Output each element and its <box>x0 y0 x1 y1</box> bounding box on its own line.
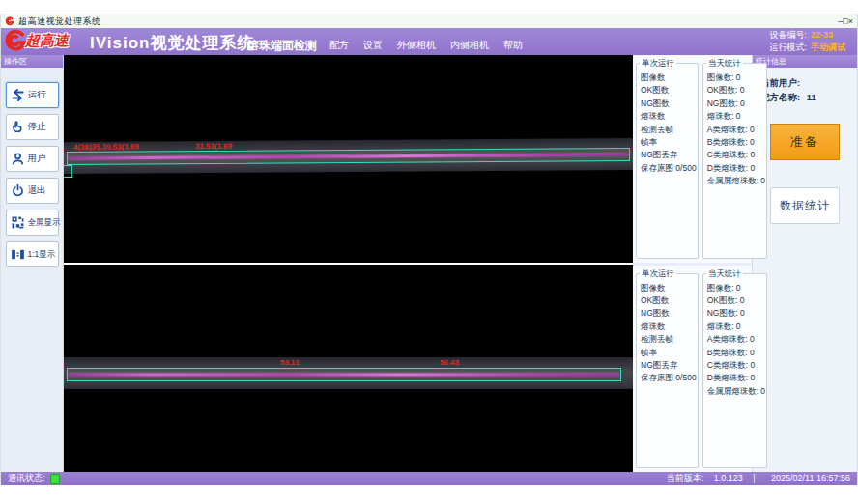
sidebar-button-label: 退出 <box>28 184 46 197</box>
groupbox-title: 当天统计 <box>706 58 743 70</box>
stat-row: A类熔珠数: 0 <box>707 333 765 346</box>
fullscreen-display-button[interactable]: 全屏显示 <box>6 210 59 236</box>
exit-button[interactable]: 退出 <box>6 178 59 204</box>
stat-row: 熔珠数 <box>641 110 697 123</box>
app-window: 超高速视觉处理系统 –□× 超高速 IVision视觉处理系统 熔珠端面检测 配… <box>0 14 858 484</box>
desktop: 超高速视觉处理系统 –□× 超高速 IVision视觉处理系统 熔珠端面检测 配… <box>0 0 858 504</box>
info-rows: 当前用户: 配方名称: 11 <box>753 68 857 104</box>
run-icon <box>10 87 26 103</box>
stats-panel-2: 单次运行图像数OK图数NG图数熔珠数检测丢帧帧率NG图丢弃保存原图 0/500当… <box>633 263 752 473</box>
detection-rect <box>67 148 630 165</box>
stat-row: NG图丢弃 <box>641 359 697 372</box>
stat-row: 保存原图 0/500 <box>641 162 697 175</box>
menu-outer-camera[interactable]: 外侧相机 <box>397 39 436 52</box>
window-title: 超高速视觉处理系统 <box>18 15 838 28</box>
stat-row: 检测丢帧 <box>641 333 697 346</box>
window-close-button[interactable]: × <box>848 16 853 26</box>
stats-panel-1: 单次运行图像数OK图数NG图数熔珠数检测丢帧帧率NG图丢弃保存原图 0/500当… <box>633 55 752 263</box>
app-logo-icon <box>5 16 14 26</box>
fullscreen-icon <box>10 214 26 231</box>
main-area: 操作区 运行停止用户退出全屏显示1:1显示 4(38)35.39.53(1.69… <box>1 55 857 472</box>
stat-row: 图像数 <box>641 282 697 294</box>
menu-recipe[interactable]: 配方 <box>329 39 349 52</box>
stat-row: 熔珠数: 0 <box>707 110 765 123</box>
app-header: 超高速 IVision视觉处理系统 熔珠端面检测 配方设置外侧相机内侧相机帮助 … <box>1 28 857 55</box>
brand-name: 超高速 <box>25 32 69 50</box>
os-titlebar: 超高速视觉处理系统 –□× <box>1 14 857 28</box>
run-button[interactable]: 运行 <box>6 82 59 108</box>
camera-views: 4(38)35.39.53(1.6931.53(1.6953.1156.43 <box>64 55 633 472</box>
measurement-annotation: 4(38)35.39.53(1.69 <box>73 143 139 152</box>
camera-view-1: 4(38)35.39.53(1.6931.53(1.69 <box>64 55 633 263</box>
image-strip: 53.1156.43 <box>64 357 633 389</box>
stat-row: B类熔珠数: 0 <box>707 136 765 149</box>
comm-status-indicator <box>50 474 60 484</box>
stat-row: OK图数 <box>641 84 697 97</box>
status-bar: 通讯状态: 当前版本: 1.0.123 | 2025/02/11 16:57:5… <box>1 472 857 485</box>
stat-row: C类熔珠数: 0 <box>707 149 765 161</box>
measurement-annotation: 53.11 <box>280 358 300 367</box>
menu-help[interactable]: 帮助 <box>503 39 523 52</box>
menu-inner-camera[interactable]: 内侧相机 <box>450 39 489 52</box>
menu-settings[interactable]: 设置 <box>363 39 383 52</box>
stat-row: 金属屑熔珠数: 0 <box>707 175 765 187</box>
detection-rect-partial <box>64 165 72 178</box>
daily-groupbox: 当天统计图像数: 0OK图数: 0NG图数: 0熔珠数: 0A类熔珠数: 0B类… <box>702 63 767 259</box>
app-subtitle: 熔珠端面检测 <box>247 38 317 54</box>
single-run-groupbox: 单次运行图像数OK图数NG图数熔珠数检测丢帧帧率NG图丢弃保存原图 0/500 <box>636 63 699 259</box>
menu-bar: 配方设置外侧相机内侧相机帮助 <box>329 39 523 52</box>
stat-row: NG图数 <box>641 307 697 320</box>
groupbox-title: 单次运行 <box>640 58 676 70</box>
data-statistics-button[interactable]: 数据统计 <box>770 187 840 224</box>
version-label: 当前版本: <box>667 473 704 483</box>
groupbox-title: 当天统计 <box>706 268 743 280</box>
single-run-groupbox: 单次运行图像数OK图数NG图数熔珠数检测丢帧帧率NG图丢弃保存原图 0/500 <box>636 273 699 469</box>
groupbox-title: 单次运行 <box>640 268 676 280</box>
image-strip: 4(38)35.39.53(1.6931.53(1.69 <box>64 138 633 174</box>
stat-row: NG图数: 0 <box>707 98 765 110</box>
current-user-row: 当前用户: <box>760 75 857 90</box>
window-controls: –□× <box>838 14 853 28</box>
stat-row: NG图丢弃 <box>641 149 697 161</box>
measurement-annotation: 56.43 <box>440 358 459 367</box>
comm-status-label: 通讯状态: <box>8 472 45 485</box>
sidebar-button-label: 运行 <box>28 89 46 101</box>
prepare-button[interactable]: 准备 <box>770 124 840 160</box>
stat-row: 图像数 <box>641 71 697 84</box>
app-title: IVision视觉处理系统 <box>90 32 254 54</box>
sidebar-button-label: 停止 <box>28 121 46 133</box>
stop-button[interactable]: 停止 <box>6 114 59 140</box>
one-to-one-display-button[interactable]: 1:1显示 <box>6 241 59 267</box>
stat-row: 保存原图 0/500 <box>641 372 697 384</box>
one-to-one-icon <box>10 246 26 263</box>
sidebar-button-label: 用户 <box>28 153 46 165</box>
user-button[interactable]: 用户 <box>6 146 59 172</box>
stat-row: OK图数: 0 <box>707 294 765 307</box>
measurement-annotation: 31.53(1.69 <box>195 142 232 151</box>
sidebar-buttons: 运行停止用户退出全屏显示1:1显示 <box>1 68 63 267</box>
run-mode-value: 手动调试 <box>811 42 851 54</box>
datetime-value: 2025/02/11 16:57:56 <box>771 473 850 483</box>
stat-row: 熔珠数: 0 <box>707 321 765 333</box>
stat-row: D类熔珠数: 0 <box>707 372 765 384</box>
brand-logo: 超高速 <box>4 29 69 52</box>
version-info: 当前版本: 1.0.123 | 2025/02/11 16:57:56 <box>659 472 850 485</box>
sidebar-button-label: 1:1显示 <box>28 249 56 261</box>
stat-row: 熔珠数 <box>641 321 697 333</box>
info-panel: 统计信息 当前用户: 配方名称: 11 准备 数据统计 <box>753 55 857 472</box>
bead-line <box>69 153 628 159</box>
device-number-value: 22-33 <box>811 29 851 42</box>
brand-swirl-icon <box>4 29 27 52</box>
statistics-column: 单次运行图像数OK图数NG图数熔珠数检测丢帧帧率NG图丢弃保存原图 0/500当… <box>633 55 753 472</box>
stop-icon <box>10 119 26 135</box>
exit-icon <box>10 182 26 199</box>
stat-row: C类熔珠数: 0 <box>707 359 765 372</box>
sidebar-title: 操作区 <box>1 55 63 68</box>
stat-row: 检测丢帧 <box>641 124 697 136</box>
recipe-name-row: 配方名称: 11 <box>760 90 857 104</box>
stat-row: D类熔珠数: 0 <box>707 162 765 175</box>
version-value: 1.0.123 <box>714 473 743 483</box>
stat-row: 帧率 <box>641 136 697 149</box>
stat-row: OK图数: 0 <box>707 84 765 97</box>
stat-row: NG图数 <box>641 98 697 110</box>
